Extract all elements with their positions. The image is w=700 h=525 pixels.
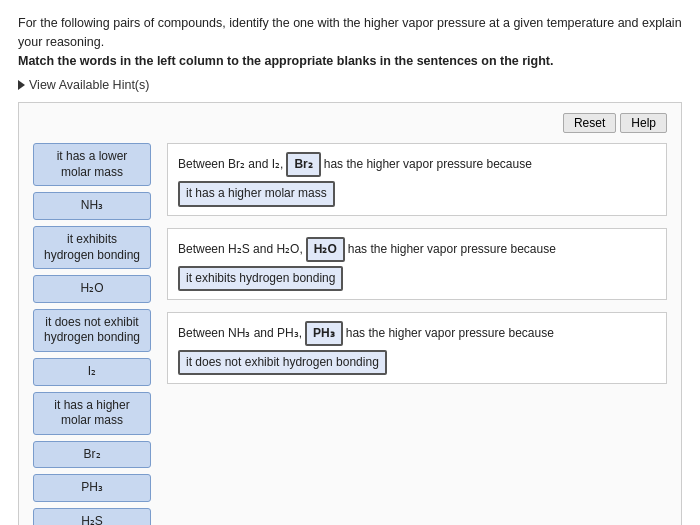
right-column: Between Br₂ and I₂, Br₂ has the higher v… [167, 143, 667, 525]
sentence-3-prefix: Between NH₃ and PH₃, [178, 324, 302, 343]
sentence-2-prefix: Between H₂S and H₂O, [178, 240, 303, 259]
triangle-icon [18, 80, 25, 90]
instruction-line1: For the following pairs of compounds, id… [18, 14, 682, 52]
drag-item-i2[interactable]: I₂ [33, 358, 151, 386]
drag-item-hydrogen-bonding[interactable]: it exhibits hydrogen bonding [33, 226, 151, 269]
sentence-2-line2: it exhibits hydrogen bonding [178, 266, 656, 291]
drag-item-nh3[interactable]: NH₃ [33, 192, 151, 220]
sentence-2-middle: has the higher vapor pressure because [348, 240, 556, 259]
instructions: For the following pairs of compounds, id… [18, 14, 682, 70]
instruction-line2: Match the words in the left column to th… [18, 54, 553, 68]
content-area: it has a lower molar mass NH₃ it exhibit… [33, 143, 667, 525]
drag-item-br2[interactable]: Br₂ [33, 441, 151, 469]
sentence-2-line1: Between H₂S and H₂O, H₂O has the higher … [178, 237, 656, 262]
sentence-3-middle: has the higher vapor pressure because [346, 324, 554, 343]
drag-item-h2o[interactable]: H₂O [33, 275, 151, 303]
top-buttons: Reset Help [33, 113, 667, 133]
drag-item-higher-molar-mass[interactable]: it has a higher molar mass [33, 392, 151, 435]
sentence-1-line1: Between Br₂ and I₂, Br₂ has the higher v… [178, 152, 656, 177]
hint-label[interactable]: View Available Hint(s) [29, 78, 149, 92]
reset-button[interactable]: Reset [563, 113, 616, 133]
sentence-1-prefix: Between Br₂ and I₂, [178, 155, 283, 174]
sentence-3-reason-blank[interactable]: it does not exhibit hydrogen bonding [178, 350, 387, 375]
sentence-1-middle: has the higher vapor pressure because [324, 155, 532, 174]
sentence-block-1: Between Br₂ and I₂, Br₂ has the higher v… [167, 143, 667, 215]
sentence-3-line1: Between NH₃ and PH₃, PH₃ has the higher … [178, 321, 656, 346]
sentence-block-3: Between NH₃ and PH₃, PH₃ has the higher … [167, 312, 667, 384]
drag-item-ph3[interactable]: PH₃ [33, 474, 151, 502]
help-button[interactable]: Help [620, 113, 667, 133]
sentence-2-compound-blank[interactable]: H₂O [306, 237, 345, 262]
page: For the following pairs of compounds, id… [0, 0, 700, 525]
main-area: Reset Help it has a lower molar mass NH₃… [18, 102, 682, 525]
left-column: it has a lower molar mass NH₃ it exhibit… [33, 143, 151, 525]
hint-toggle[interactable]: View Available Hint(s) [18, 78, 682, 92]
drag-item-not-exhibit[interactable]: it does not exhibithydrogen bonding [33, 309, 151, 352]
sentence-2-reason-blank[interactable]: it exhibits hydrogen bonding [178, 266, 343, 291]
sentence-1-line2: it has a higher molar mass [178, 181, 656, 206]
sentence-3-compound-blank[interactable]: PH₃ [305, 321, 343, 346]
sentence-1-compound-blank[interactable]: Br₂ [286, 152, 320, 177]
sentence-block-2: Between H₂S and H₂O, H₂O has the higher … [167, 228, 667, 300]
sentence-3-line2: it does not exhibit hydrogen bonding [178, 350, 656, 375]
drag-item-lower-molar-mass[interactable]: it has a lower molar mass [33, 143, 151, 186]
drag-item-h2s[interactable]: H₂S [33, 508, 151, 525]
sentence-1-reason-blank[interactable]: it has a higher molar mass [178, 181, 335, 206]
